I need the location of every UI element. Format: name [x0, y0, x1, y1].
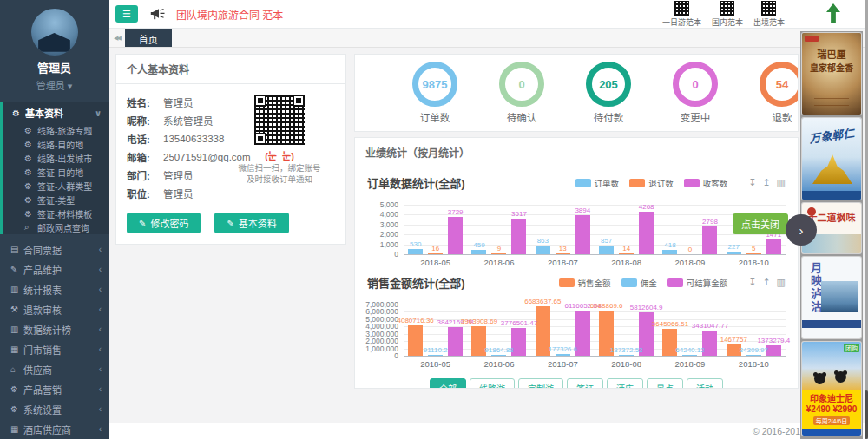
legend-item[interactable]: 可结算金额: [667, 277, 728, 289]
ad-poster[interactable]: 瑞巴厘皇家郁金香: [802, 33, 861, 115]
sidebar-subitem[interactable]: ⚙线路-旅游专题: [3, 123, 108, 137]
bar[interactable]: [766, 239, 781, 254]
bar[interactable]: [491, 355, 506, 356]
bar[interactable]: [556, 354, 570, 356]
bar[interactable]: [639, 212, 654, 255]
change-password-button[interactable]: ✎修改密码: [127, 213, 201, 233]
collapse-ads-button[interactable]: ›: [786, 214, 817, 246]
user-role-dropdown[interactable]: 管理员 ▾: [0, 78, 108, 92]
sidebar-item[interactable]: ▦门市销售‹: [0, 339, 108, 359]
bar[interactable]: [619, 253, 634, 254]
bar[interactable]: [599, 246, 614, 254]
close-ad-button[interactable]: 点击关闭: [733, 213, 788, 234]
sidebar-active-section: ⚙ 基本资料 ∨ ⚙线路-旅游专题⚙线路-目的地⚙线路-出发城市⚙签证-目的地⚙…: [0, 102, 108, 234]
restore-icon[interactable]: ↥: [762, 177, 770, 188]
notice-marquee[interactable]: 团队境内旅游合同 范本: [176, 7, 283, 22]
qr-template-item[interactable]: 一日游范本: [662, 1, 701, 28]
performance-header: 业绩统计（按月统计）: [355, 138, 798, 167]
filter-button-定制游[interactable]: 定制游: [518, 378, 563, 389]
bar[interactable]: [536, 246, 550, 254]
scrollbar-track[interactable]: [865, 0, 868, 439]
tab-scroll-left-icon[interactable]: ◀◀: [114, 35, 120, 42]
sidebar-subitem[interactable]: ⚙线路-目的地: [3, 137, 108, 151]
filter-button-酒店[interactable]: 酒店: [607, 378, 643, 389]
bar[interactable]: [662, 250, 677, 254]
bar[interactable]: [575, 215, 590, 254]
bar[interactable]: [746, 355, 761, 356]
sidebar-item[interactable]: ⚙产品营销‹: [0, 379, 108, 399]
caret-down-icon: ▾: [68, 81, 73, 91]
avatar[interactable]: [31, 9, 78, 56]
bar[interactable]: [428, 253, 443, 254]
sidebar-item[interactable]: ▤合同票据‹: [0, 239, 108, 259]
basic-info-button[interactable]: ✎基本资料: [214, 213, 288, 233]
bar-value-label: 863: [537, 237, 549, 245]
sidebar-item[interactable]: ▦酒店供应商‹: [0, 419, 108, 439]
x-axis-tick: 2018-05: [404, 258, 467, 267]
bar-value-label: 9: [497, 245, 501, 252]
sidebar-item[interactable]: ▥统计报表‹: [0, 279, 108, 299]
chart-type-icon[interactable]: ▥: [777, 277, 786, 288]
bar[interactable]: [511, 219, 526, 254]
bar[interactable]: [511, 328, 526, 356]
sidebar-subitem[interactable]: ⚙签证-材料模板: [3, 206, 108, 220]
sidebar-subitem[interactable]: ⚙线路-出发城市: [3, 151, 108, 165]
ad-poster[interactable]: 月映泸沽: [802, 257, 861, 338]
bar[interactable]: [746, 253, 761, 254]
bar[interactable]: [702, 331, 717, 356]
gear-icon: ⚙: [24, 209, 37, 219]
filter-button-全部[interactable]: 全部: [430, 378, 466, 389]
scrollbar-thumb[interactable]: [865, 390, 868, 439]
sidebar-submenu: ⚙线路-旅游专题⚙线路-目的地⚙线路-出发城市⚙签证-目的地⚙签证-人群类型⚙签…: [3, 123, 108, 234]
filter-button-签证[interactable]: 签证: [567, 378, 603, 389]
save-image-icon[interactable]: ↧: [748, 177, 756, 188]
legend-item[interactable]: 销售金额: [559, 277, 611, 289]
chart-type-icon[interactable]: ▥: [777, 177, 786, 188]
bar-slot: 14: [619, 205, 634, 254]
legend-item[interactable]: 订单数: [575, 177, 620, 189]
sidebar-item[interactable]: ▥数据统计榜‹: [0, 319, 108, 339]
bar[interactable]: [556, 253, 570, 254]
restore-icon[interactable]: ↥: [762, 277, 770, 288]
qr-template-item[interactable]: 国内范本: [712, 1, 743, 28]
bar[interactable]: [448, 217, 463, 254]
qr-template-item[interactable]: 出境范本: [753, 1, 785, 28]
save-image-icon[interactable]: ↧: [748, 277, 756, 288]
bar[interactable]: [727, 252, 741, 254]
bar-group: 857144268: [595, 205, 658, 254]
sidebar-item-basic-info[interactable]: ⚙ 基本资料 ∨: [3, 102, 108, 123]
bar[interactable]: [448, 327, 463, 356]
sidebar-item[interactable]: ⚒退款审核‹: [0, 299, 108, 319]
megaphone-icon: [150, 8, 166, 21]
sidebar-item[interactable]: ✎产品维护‹: [0, 259, 108, 279]
filter-button-活动[interactable]: 活动: [687, 378, 723, 389]
sidebar-subitem[interactable]: ⚙签证-目的地: [3, 165, 108, 179]
tab-home[interactable]: 首页: [125, 29, 172, 47]
bar[interactable]: [408, 249, 423, 254]
legend-item[interactable]: 退订数: [629, 177, 674, 189]
bar[interactable]: [471, 250, 486, 254]
bar[interactable]: [682, 355, 697, 356]
bar[interactable]: [408, 325, 423, 356]
sales-chart: 销售金额统计(全部)销售金额佣金可结算金额↧↥▥7,000,0006,000,0…: [355, 267, 798, 369]
ad-poster[interactable]: 万象郸仁: [802, 118, 861, 200]
ad-poster[interactable]: 团购印象迪士尼¥2490 ¥2990每周2/4/6日: [802, 342, 861, 436]
bar[interactable]: [428, 355, 443, 356]
bar[interactable]: [702, 226, 717, 254]
legend-item[interactable]: 收客数: [684, 177, 728, 189]
bar[interactable]: [491, 253, 506, 254]
sidebar-subitem[interactable]: ⚙签证-类型: [3, 193, 108, 206]
avatar-building-image: [38, 33, 70, 52]
filter-button-景点[interactable]: 景点: [647, 378, 683, 389]
x-axis-labels: 2018-052018-062018-072018-082018-092018-…: [404, 258, 786, 267]
sidebar-item[interactable]: ⚙系统设置‹: [0, 399, 108, 419]
filter-button-线路游[interactable]: 线路游: [470, 378, 515, 389]
sidebar-toggle-button[interactable]: ☰: [115, 5, 138, 23]
sidebar-subitem[interactable]: ⌕邮政网点查询: [3, 220, 108, 234]
sidebar-subitem[interactable]: ⚙签证-人群类型: [3, 179, 108, 193]
sidebar-item[interactable]: ⌂供应商‹: [0, 359, 108, 379]
legend-item[interactable]: 佣金: [621, 277, 657, 289]
bar[interactable]: [619, 355, 634, 356]
bar[interactable]: [575, 311, 590, 356]
bar[interactable]: [766, 345, 781, 356]
